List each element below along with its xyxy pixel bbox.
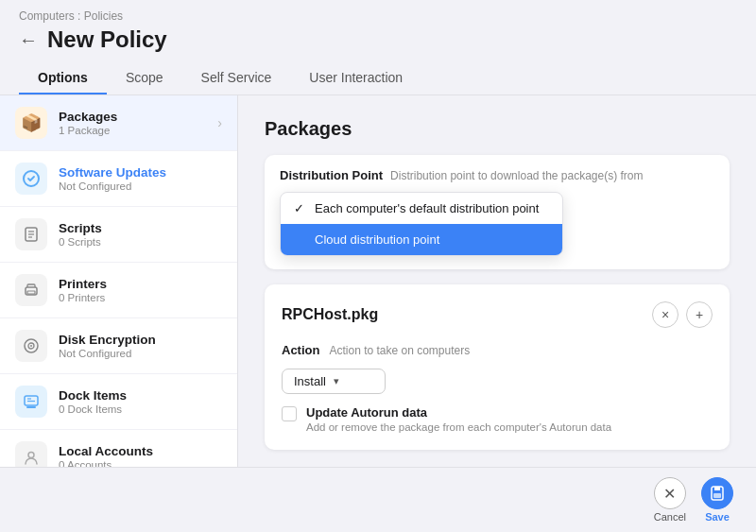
dock-items-icon: [15, 386, 47, 418]
scripts-sub: 0 Scripts: [59, 236, 222, 248]
printers-icon: [15, 274, 47, 306]
svg-point-14: [28, 453, 34, 458]
cancel-label: Cancel: [654, 511, 686, 523]
svg-rect-6: [27, 291, 35, 294]
distribution-point-dropdown[interactable]: ✓ Each computer's default distribution p…: [280, 192, 563, 256]
sidebar-item-scripts[interactable]: Scripts 0 Scripts: [0, 207, 237, 263]
breadcrumb-policies: Policies: [84, 9, 123, 23]
autorun-desc: Add or remove the package from each comp…: [306, 421, 611, 433]
checkmark-icon: ✓: [294, 201, 307, 215]
autorun-checkbox[interactable]: [282, 406, 297, 421]
breadcrumb: Computers : Policies: [19, 9, 737, 23]
printers-sub: 0 Printers: [59, 292, 222, 303]
content-area: Packages Distribution Point Distribution…: [238, 95, 756, 467]
remove-package-button[interactable]: ×: [652, 301, 679, 328]
action-select-value: Install: [294, 374, 326, 388]
tab-user-interaction[interactable]: User Interaction: [290, 62, 421, 94]
back-button[interactable]: ←: [19, 30, 38, 49]
add-package-button[interactable]: +: [686, 301, 713, 328]
save-icon: [701, 477, 733, 509]
package-actions: × +: [652, 301, 713, 328]
sidebar-item-printers[interactable]: Printers 0 Printers: [0, 263, 237, 318]
cancel-button[interactable]: ✕ Cancel: [654, 477, 686, 523]
dist-point-desc: Distribution point to download the packa…: [390, 169, 643, 182]
software-updates-title: Software Updates: [59, 165, 222, 180]
sidebar-item-disk-encryption[interactable]: Disk Encryption Not Configured: [0, 318, 237, 374]
sidebar-item-software-updates[interactable]: Software Updates Not Configured: [0, 151, 237, 207]
packages-section-title: Packages: [265, 118, 730, 140]
tab-options[interactable]: Options: [19, 62, 107, 94]
dropdown-option-cloud-label: Cloud distribution point: [315, 232, 439, 247]
dock-items-title: Dock Items: [59, 388, 222, 403]
autorun-checkbox-row: Update Autorun data Add or remove the pa…: [282, 405, 713, 433]
page-title: New Policy: [47, 26, 167, 53]
sidebar-item-packages[interactable]: 📦 Packages 1 Package ›: [0, 95, 237, 151]
software-updates-sub: Not Configured: [59, 180, 222, 192]
local-accounts-title: Local Accounts: [59, 444, 222, 458]
cancel-icon: ✕: [654, 477, 686, 509]
disk-encryption-icon: [15, 330, 47, 362]
select-arrow-icon: ▾: [334, 375, 339, 387]
scripts-title: Scripts: [59, 221, 222, 235]
main-layout: 📦 Packages 1 Package › Software Updates …: [0, 95, 756, 467]
software-updates-icon: [15, 163, 47, 195]
tabs-bar: Options Scope Self Service User Interact…: [19, 62, 737, 94]
sidebar: 📦 Packages 1 Package › Software Updates …: [0, 95, 238, 467]
action-label: Action: [282, 343, 319, 357]
package-name: RPCHost.pkg: [282, 306, 378, 323]
sidebar-item-dock-items[interactable]: Dock Items 0 Dock Items: [0, 374, 237, 430]
dock-items-sub: 0 Dock Items: [59, 403, 222, 415]
disk-encryption-title: Disk Encryption: [59, 333, 222, 347]
svg-rect-16: [714, 487, 720, 490]
scripts-icon: [15, 218, 47, 250]
sidebar-item-local-accounts[interactable]: Local Accounts 0 Accounts: [0, 430, 237, 467]
svg-rect-11: [26, 406, 36, 408]
tab-self-service[interactable]: Self Service: [182, 62, 291, 94]
disk-encryption-sub: Not Configured: [59, 348, 222, 359]
distribution-point-card: Distribution Point Distribution point to…: [265, 155, 730, 269]
local-accounts-sub: 0 Accounts: [59, 459, 222, 467]
package-card: RPCHost.pkg × + Action Action to take on…: [265, 284, 730, 450]
packages-chevron: ›: [217, 115, 222, 130]
action-desc: Action to take on computers: [329, 344, 470, 357]
dropdown-option-default-label: Each computer's default distribution poi…: [315, 201, 539, 215]
dropdown-option-cloud[interactable]: Cloud distribution point: [281, 224, 562, 255]
dropdown-option-default[interactable]: ✓ Each computer's default distribution p…: [281, 193, 562, 224]
tab-scope[interactable]: Scope: [107, 62, 182, 94]
action-select[interactable]: Install ▾: [282, 369, 386, 394]
breadcrumb-computers: Computers: [19, 9, 75, 23]
packages-title: Packages: [59, 110, 206, 124]
breadcrumb-separator: :: [77, 9, 84, 23]
save-button[interactable]: Save: [701, 477, 733, 523]
dist-point-label: Distribution Point: [280, 168, 383, 182]
footer: ✕ Cancel Save: [0, 467, 756, 532]
svg-rect-17: [713, 493, 721, 498]
autorun-label: Update Autorun data: [306, 405, 611, 420]
local-accounts-icon: [15, 441, 47, 467]
top-bar: Computers : Policies ← New Policy Option…: [0, 0, 756, 95]
svg-point-9: [30, 345, 32, 347]
packages-icon: 📦: [15, 107, 47, 139]
save-label: Save: [705, 511, 730, 523]
packages-sub: 1 Package: [59, 125, 206, 136]
printers-title: Printers: [59, 277, 222, 291]
